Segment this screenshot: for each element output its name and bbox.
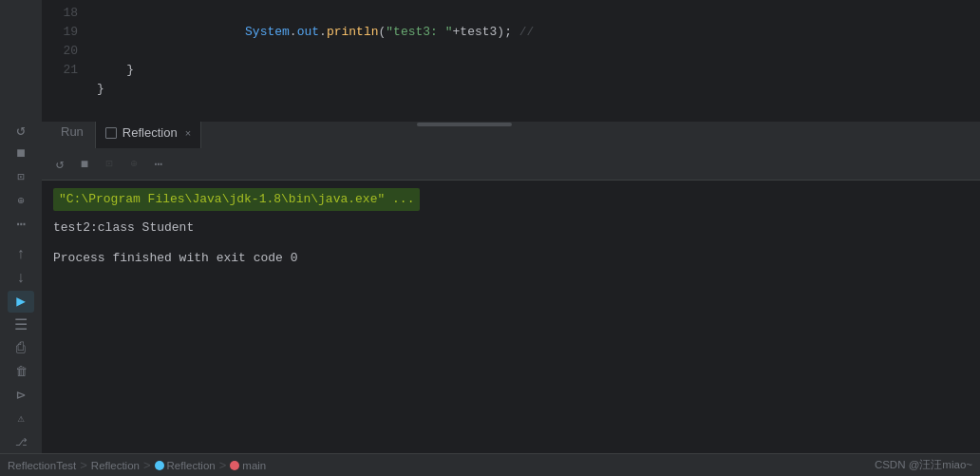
line-num-20: 20 [49, 42, 78, 61]
terminal-command: "C:\Program Files\Java\jdk-1.8\bin\java.… [53, 188, 420, 211]
scroll-thumb [417, 123, 512, 126]
reflection-tab-close[interactable]: × [185, 127, 191, 139]
run-toolbar: ↺ ■ ⊡ ⊕ ⋯ [42, 148, 980, 181]
code-text[interactable]: System.out.println("test3: "+test3); // … [89, 0, 980, 122]
toolbar-snapshot-btn: ⊡ [99, 154, 120, 175]
trash-icon[interactable]: 🗑 [8, 361, 34, 383]
down-arrow-icon[interactable]: ↓ [8, 267, 34, 289]
status-folder: Reflection [91, 460, 140, 471]
line-num-21: 21 [49, 61, 78, 80]
status-file: Reflection [167, 460, 216, 471]
more-icon[interactable]: ⋯ [8, 214, 34, 236]
run-play-icon[interactable]: ▶ [8, 291, 34, 313]
code-line-21 [89, 99, 980, 118]
code-line-19: } [89, 61, 980, 80]
code-editor-section: 18 19 20 21 System.out.println("test3: "… [0, 0, 980, 114]
line-num-19: 19 [49, 23, 78, 42]
toolbar-more-btn[interactable]: ⋯ [148, 154, 169, 175]
status-bar: ReflectionTest > Reflection > Reflection… [0, 453, 980, 476]
toolbar-stop-btn[interactable]: ■ [74, 154, 95, 175]
reflection-tab-icon [105, 127, 117, 139]
warning-icon[interactable]: ⚠ [8, 409, 34, 430]
line-num-18: 18 [49, 4, 78, 23]
code-content: 18 19 20 21 System.out.println("test3: "… [42, 0, 980, 114]
code-line-20: } [89, 80, 980, 99]
main-red-icon [230, 461, 239, 470]
terminal-process: Process finished with exit code 0 [53, 249, 980, 268]
print-icon[interactable]: ⎙ [8, 337, 34, 359]
run-section: ↺ ■ ⊡ ⊕ ⋯ ↑ ↓ ▶ ☰ ⎙ 🗑 ⊳ ⚠ ⎇ Run [0, 114, 980, 453]
stop-icon[interactable]: ■ [8, 143, 34, 165]
camera-icon[interactable]: ⊡ [8, 166, 34, 188]
status-breadcrumb: ReflectionTest > Reflection > Reflection… [8, 458, 266, 472]
toolbar-pin-btn: ⊕ [123, 154, 144, 175]
refresh-icon[interactable]: ↺ [8, 120, 34, 142]
top-sidebar-spacer [0, 0, 42, 114]
run-tab-label: Run [61, 124, 84, 139]
status-method: main [242, 460, 266, 471]
up-arrow-icon[interactable]: ↑ [8, 243, 34, 265]
reflection-blue-icon [155, 461, 164, 470]
run-content-area: Run Reflection × ↺ ■ ⊡ ⊕ ⋯ "C:\Program [42, 114, 980, 453]
terminal-line1: test2:class Student [53, 219, 980, 238]
status-sep2: > [143, 458, 151, 472]
status-project: ReflectionTest [8, 460, 76, 471]
status-sep1: > [80, 458, 87, 472]
status-right-text: CSDN @汪汪miao~ [875, 458, 972, 472]
app-window: 18 19 20 21 System.out.println("test3: "… [0, 0, 980, 476]
terminal-icon[interactable]: ⊳ [8, 385, 34, 407]
terminal-output-area[interactable]: "C:\Program Files\Java\jdk-1.8\bin\java.… [42, 181, 980, 453]
branch-icon[interactable]: ⎇ [8, 431, 34, 453]
line-numbers: 18 19 20 21 [42, 0, 89, 122]
toolbar-rerun-btn[interactable]: ↺ [49, 154, 70, 175]
code-line-18: System.out.println("test3: "+test3); // [89, 4, 980, 61]
run-sidebar: ↺ ■ ⊡ ⊕ ⋯ ↑ ↓ ▶ ☰ ⎙ 🗑 ⊳ ⚠ ⎇ [0, 114, 42, 453]
status-sep3: > [219, 458, 227, 472]
align-icon[interactable]: ☰ [8, 314, 34, 336]
reflection-tab-label: Reflection [122, 125, 178, 140]
pin-icon[interactable]: ⊕ [8, 190, 34, 212]
